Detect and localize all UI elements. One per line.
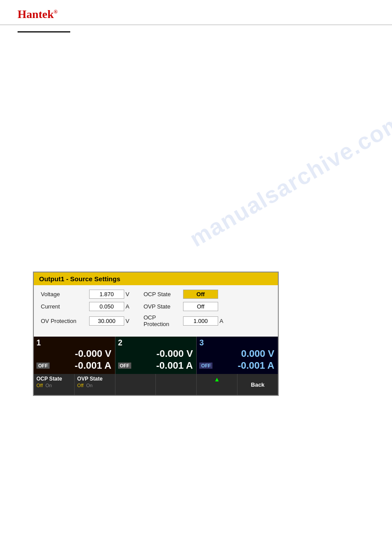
- empty-btn-1: [115, 374, 156, 395]
- ocp-state-btn-options: Off On: [36, 383, 52, 388]
- ch1-current: -0.001 A: [75, 360, 111, 371]
- ocp-off-option[interactable]: Off: [36, 383, 43, 388]
- ch2-number: 2: [118, 338, 122, 348]
- voltage-value[interactable]: 1.870: [89, 290, 124, 299]
- panel-title: Output1 - Source Settings: [34, 272, 278, 285]
- channel-1: 1 -0.000 V OFF -0.001 A: [34, 337, 115, 374]
- settings-area: Voltage 1.870 V OCP State Off Current 0.…: [34, 285, 278, 337]
- current-unit: A: [124, 303, 135, 310]
- ch1-header: 1: [34, 337, 115, 348]
- settings-row-voltage: Voltage 1.870 V OCP State Off: [41, 290, 271, 299]
- ocp-state-value[interactable]: Off: [183, 290, 218, 299]
- ovp-on-option[interactable]: On: [86, 383, 93, 388]
- ovprotection-label: OV Protection: [41, 318, 89, 324]
- ocpprotection-unit: A: [218, 318, 226, 324]
- header: Hantek®: [0, 0, 392, 25]
- ch3-header: 3: [197, 337, 278, 348]
- up-arrow-icon: ▲: [199, 376, 234, 383]
- ch3-status: OFF: [199, 363, 212, 369]
- ovp-state-label: OVP State: [135, 303, 183, 310]
- voltage-unit: V: [124, 291, 135, 297]
- settings-row-ovprotection: OV Protection 30.000 V OCP Protection 1.…: [41, 314, 271, 327]
- ch1-number: 1: [36, 338, 41, 348]
- ch2-status: OFF: [118, 363, 131, 369]
- ch1-status: OFF: [36, 363, 50, 369]
- current-label: Current: [41, 303, 89, 310]
- brand-logo: Hantek®: [18, 8, 58, 21]
- ocp-state-btn-title: OCP State: [36, 376, 62, 382]
- instrument-panel: Output1 - Source Settings Voltage 1.870 …: [33, 272, 279, 396]
- voltage-label: Voltage: [41, 291, 89, 297]
- ocpprotection-value[interactable]: 1.000: [183, 316, 218, 326]
- back-button[interactable]: Back: [237, 374, 278, 395]
- channel-2: 2 -0.000 V OFF -0.001 A: [115, 337, 197, 374]
- subline-decoration: [18, 31, 70, 33]
- ocpprotection-label: OCP Protection: [135, 314, 183, 327]
- ch3-current: -0.001 A: [237, 360, 274, 371]
- ch2-voltage: -0.000 V: [115, 348, 197, 359]
- ch1-voltage: -0.000 V: [34, 348, 115, 359]
- watermark: manualsarchive.com: [185, 108, 392, 252]
- ovp-state-button[interactable]: OVP State Off On: [75, 374, 115, 395]
- ovp-state-value[interactable]: Off: [183, 302, 218, 311]
- ocp-state-button[interactable]: OCP State Off On: [34, 374, 75, 395]
- ch2-bottom: OFF -0.001 A: [115, 359, 197, 374]
- ovp-off-option[interactable]: Off: [77, 383, 83, 388]
- ovp-state-btn-title: OVP State: [77, 376, 103, 382]
- back-label: Back: [251, 381, 265, 388]
- settings-row-current: Current 0.050 A OVP State Off: [41, 302, 271, 311]
- ovp-state-btn-options: Off On: [77, 383, 93, 388]
- ovprotection-value[interactable]: 30.000: [89, 316, 124, 326]
- ch2-current: -0.001 A: [156, 360, 193, 371]
- empty-btn-3: ▲: [197, 374, 237, 395]
- bottom-buttons: OCP State Off On OVP State Off On ▲ Back: [34, 374, 278, 395]
- current-value[interactable]: 0.050: [89, 302, 124, 311]
- ocp-state-label: OCP State: [135, 291, 183, 297]
- ch1-bottom: OFF -0.001 A: [34, 359, 115, 374]
- ch3-bottom: OFF -0.001 A: [197, 359, 278, 374]
- channel-3: 3 0.000 V OFF -0.001 A: [197, 337, 278, 374]
- ch3-voltage: 0.000 V: [197, 348, 278, 359]
- channels-area: 1 -0.000 V OFF -0.001 A 2 -0.000 V OFF -…: [34, 337, 278, 374]
- ch2-header: 2: [115, 337, 197, 348]
- empty-btn-2: [156, 374, 197, 395]
- ovprotection-unit: V: [124, 318, 135, 324]
- ocp-on-option[interactable]: On: [45, 383, 52, 388]
- ch3-number: 3: [199, 338, 204, 348]
